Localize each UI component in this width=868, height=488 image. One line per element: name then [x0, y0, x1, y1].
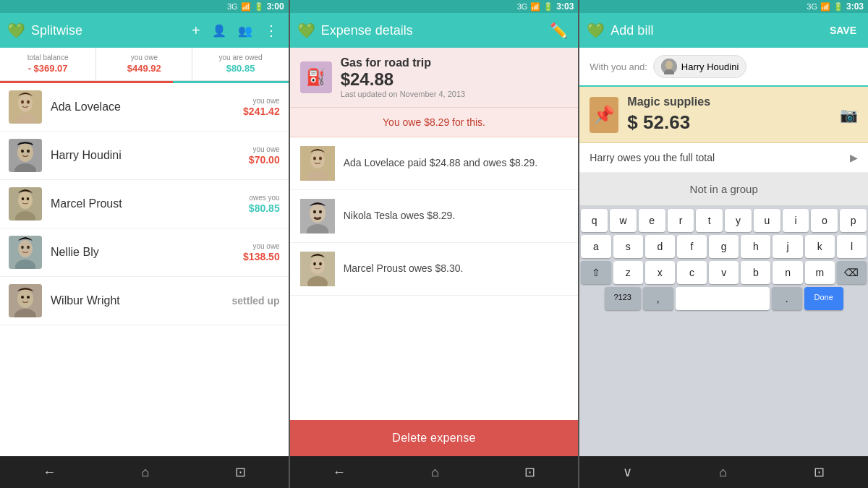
key-w[interactable]: w — [610, 209, 637, 232]
key-l[interactable]: l — [837, 235, 867, 258]
keyboard-row-3: ⇧ z x c v b n m ⌫ — [581, 261, 867, 284]
wifi-icon-3: 📶 — [820, 2, 830, 12]
svg-point-29 — [319, 157, 322, 160]
key-m[interactable]: m — [805, 261, 835, 284]
key-r[interactable]: r — [668, 209, 694, 232]
expense-name: Gas for road trip — [341, 56, 465, 69]
camera-icon[interactable]: 📷 — [840, 106, 858, 124]
add-group-button[interactable]: 👥 — [235, 22, 255, 39]
home-button-2[interactable]: ⌂ — [420, 462, 451, 483]
panel-splitwise: 3G 📶 🔋 3:00 💚 Splitwise + 👤 👥 ⋮ total ba… — [0, 0, 289, 488]
nav-bar-1: ← ⌂ ⊡ — [0, 456, 289, 488]
save-button[interactable]: SAVE — [825, 22, 861, 39]
key-s[interactable]: s — [613, 235, 643, 258]
numbers-key[interactable]: ?123 — [605, 287, 641, 310]
avatar-nellie — [9, 236, 42, 269]
contact-item-wilbur[interactable]: Wilbur Wright settled up — [0, 277, 289, 325]
with-you-label: With you and: — [590, 61, 647, 72]
svg-point-34 — [319, 210, 322, 213]
expense-info: Gas for road trip $24.88 Last updated on… — [341, 56, 465, 98]
contact-amount-harry: you owe $70.00 — [249, 145, 280, 166]
key-a[interactable]: a — [581, 235, 610, 258]
space-key[interactable] — [676, 287, 770, 310]
done-key[interactable]: Done — [804, 287, 843, 310]
keyboard-row-4: ?123 , . Done — [581, 287, 867, 310]
home-button-1[interactable]: ⌂ — [129, 462, 161, 483]
avatar-ada-2 — [300, 146, 335, 181]
shift-key[interactable]: ⇧ — [581, 261, 610, 284]
key-b[interactable]: b — [741, 261, 770, 284]
svg-point-1 — [18, 95, 33, 112]
delete-key[interactable]: ⌫ — [837, 261, 867, 284]
key-g[interactable]: g — [709, 235, 739, 258]
key-f[interactable]: f — [677, 235, 707, 258]
signal-2: 3G — [517, 2, 528, 11]
tesla-face-icon — [300, 199, 335, 234]
key-z[interactable]: z — [613, 261, 643, 284]
key-h[interactable]: h — [741, 235, 770, 258]
back-button-2[interactable]: ← — [321, 462, 357, 483]
recents-button-3[interactable]: ⊡ — [802, 461, 836, 483]
svg-point-11 — [18, 192, 33, 209]
ada-face-icon-2 — [300, 146, 335, 181]
key-q[interactable]: q — [581, 209, 608, 232]
key-t[interactable]: t — [696, 209, 723, 232]
down-button-3[interactable]: ∨ — [611, 461, 644, 483]
svg-point-19 — [27, 246, 30, 249]
more-options-button[interactable]: ⋮ — [261, 20, 281, 40]
svg-point-39 — [319, 262, 322, 265]
contact-item-nellie[interactable]: Nellie Bly you owe $138.50 — [0, 228, 289, 277]
recents-button-2[interactable]: ⊡ — [513, 461, 547, 483]
key-c[interactable]: c — [677, 261, 707, 284]
key-x[interactable]: x — [645, 261, 675, 284]
svg-point-36 — [310, 257, 325, 274]
battery-icon: 🔋 — [254, 2, 264, 12]
with-you-chip-harry[interactable]: Harry Houdini — [653, 55, 746, 78]
edit-expense-button[interactable]: ✏️ — [547, 20, 571, 40]
expense-details-title: Expense details — [321, 23, 542, 38]
key-o[interactable]: o — [811, 209, 838, 232]
period-key[interactable]: . — [772, 287, 802, 310]
wilbur-face-icon — [9, 284, 42, 317]
back-button-1[interactable]: ← — [31, 462, 67, 483]
group-selector[interactable]: Not in a group — [579, 173, 868, 206]
keyboard-row-1: q w e r t y u i o p — [581, 209, 867, 232]
add-expense-button[interactable]: + — [189, 21, 203, 40]
svg-point-26 — [310, 151, 325, 168]
avatar-harry — [9, 139, 42, 172]
add-friend-button[interactable]: 👤 — [209, 22, 229, 39]
avatar-ada — [9, 90, 42, 124]
with-you-bar: With you and: Harry Houdini — [579, 48, 868, 87]
key-n[interactable]: n — [773, 261, 802, 284]
ada-face-icon — [9, 90, 42, 124]
contact-item-marcel[interactable]: Marcel Proust owes you $80.85 — [0, 180, 289, 228]
key-v[interactable]: v — [709, 261, 739, 284]
delete-expense-button[interactable]: Delete expense — [290, 420, 579, 456]
contact-item-ada[interactable]: Ada Lovelace you owe $241.42 — [0, 83, 289, 132]
keyboard: q w e r t y u i o p a s d f g h j k l ⇧ … — [579, 206, 868, 456]
svg-point-24 — [27, 296, 30, 299]
expense-date: Last updated on November 4, 2013 — [341, 90, 465, 98]
key-y[interactable]: y — [725, 209, 752, 232]
comma-key[interactable]: , — [643, 287, 673, 310]
contact-item-harry[interactable]: Harry Houdini you owe $70.00 — [0, 132, 289, 180]
svg-point-41 — [665, 61, 673, 69]
key-j[interactable]: j — [773, 235, 802, 258]
key-p[interactable]: p — [840, 209, 867, 232]
marcel-face-icon — [9, 187, 42, 221]
participant-ada: Ada Lovelace paid $24.88 and owes $8.29. — [290, 137, 579, 190]
ada-text: Ada Lovelace paid $24.88 and owes $8.29. — [344, 157, 538, 168]
key-k[interactable]: k — [805, 235, 835, 258]
key-i[interactable]: i — [783, 209, 809, 232]
owe-text: You owe $8.29 for this. — [383, 116, 485, 128]
nellie-face-icon — [9, 236, 42, 269]
key-e[interactable]: e — [639, 209, 665, 232]
contact-name-wilbur: Wilbur Wright — [51, 294, 232, 307]
owes-full-row[interactable]: Harry owes you the full total ▶ — [579, 143, 868, 173]
contact-amount-nellie: you owe $138.50 — [243, 242, 280, 263]
key-u[interactable]: u — [754, 209, 780, 232]
home-button-3[interactable]: ⌂ — [707, 462, 739, 483]
recents-button-1[interactable]: ⊡ — [224, 461, 258, 483]
key-d[interactable]: d — [645, 235, 675, 258]
bill-amount: $ 52.63 — [627, 111, 831, 134]
